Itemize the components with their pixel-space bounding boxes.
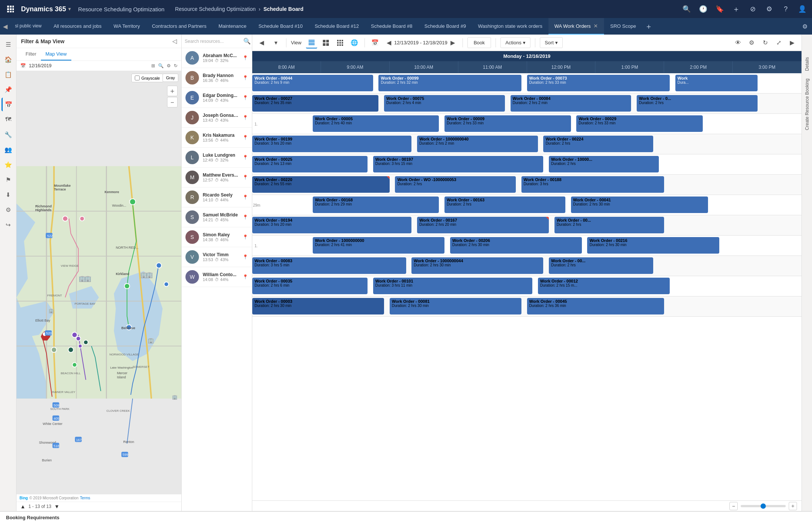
work-order-block[interactable]: Work Order - 00009 Duration: 2 hrs 33 mi… <box>444 115 571 132</box>
tab-sl-public-view[interactable]: sl public view <box>9 18 48 35</box>
schedule-expand-icon[interactable]: ⤢ <box>773 37 784 48</box>
work-order-block[interactable]: Work Order - 0... Duration: 2 hrs <box>637 95 758 112</box>
work-order-block[interactable]: Work Order - 1000000044 Duration: 2 hrs … <box>411 257 543 274</box>
map-settings-icon[interactable]: ⚙ <box>167 63 171 68</box>
breadcrumb-item-1[interactable]: Resource Scheduling Optimization <box>175 6 256 12</box>
zoom-plus-btn[interactable]: ＋ <box>789 502 797 510</box>
schedule-refresh-icon[interactable]: ↻ <box>759 37 771 48</box>
zoom-minus-btn[interactable]: − <box>729 502 738 510</box>
work-order-block[interactable]: Work Order - 00194 Duration: 3 hrs 20 mi… <box>252 217 411 233</box>
tab-all-resources[interactable]: All resources and jobs <box>48 18 108 35</box>
work-order-block[interactable]: Work Order - 00224 Duration: 2 hrs <box>543 136 653 152</box>
resource-item[interactable]: V Victor Timm 13:53 ⏱ 43% 📍 <box>182 247 252 267</box>
grid-view-btn[interactable] <box>334 37 346 48</box>
tab-add-button[interactable]: ＋ <box>642 18 655 35</box>
resource-item[interactable]: K Kris Nakamura 13:56 ⏱ 44% 📍 <box>182 128 252 148</box>
sidebar-flag-icon[interactable]: ⚑ <box>2 173 15 186</box>
resource-item[interactable]: S Samuel McBride 14:21 ⏱ 45% 📍 <box>182 207 252 227</box>
tab-schedule-12[interactable]: Schedule Board #12 <box>309 18 365 35</box>
work-order-block[interactable]: Work Order - 00101 Duration: 3 hrs 11 mi… <box>373 278 532 294</box>
tab-sro-scope[interactable]: SRO Scope <box>604 18 642 35</box>
resources-search-icon[interactable]: 🔍 <box>243 38 251 45</box>
work-order-block[interactable]: Work Order - 00... Duration: 2 hrs <box>554 217 664 233</box>
tab-settings-button[interactable]: ⚙ <box>799 18 810 35</box>
resource-item[interactable]: S Simon Raley 14:38 ⏱ 46% 📍 <box>182 227 252 247</box>
tab-wa-workorders-state[interactable]: Washington state work orders <box>472 18 548 35</box>
help-icon[interactable]: ? <box>780 4 791 14</box>
map-cal-icon[interactable]: 📅 <box>20 63 26 68</box>
work-order-block[interactable]: Work Order - 00027 Duration: 2 hrs 35 mi… <box>252 95 378 112</box>
work-order-block[interactable]: Work Order - 00075 Duration: 2 hrs 4 min <box>384 95 505 112</box>
work-order-block[interactable]: Work Order - 00083 Duration: 3 hrs 5 min <box>252 257 406 274</box>
map-container[interactable]: 🏢 🏢 🏢 🏢 🏢 🏢 🏢 Mountlake Terrace Richmond… <box>17 71 181 494</box>
schedule-settings-icon[interactable]: ⚙ <box>746 37 757 48</box>
work-order-block[interactable]: Work Order - 00168 Duration: 2 hrs 29 mi… <box>313 197 439 213</box>
work-order-block[interactable]: Work Order - 00188 Duration: 3 hrs <box>521 176 664 193</box>
filter-icon[interactable]: ⊘ <box>747 4 758 14</box>
schedule-cal-icon[interactable]: 📅 <box>369 37 381 48</box>
terms-link[interactable]: Terms <box>80 496 90 500</box>
zoom-track[interactable] <box>741 505 786 507</box>
sidebar-route-icon[interactable]: ↪ <box>2 218 15 231</box>
map-search-icon[interactable]: 🔍 <box>158 63 164 68</box>
work-order-block[interactable]: Work Order - 00199 Duration: 3 hrs 20 mi… <box>252 136 411 152</box>
tab-maintenance[interactable]: Maintenance <box>212 18 252 35</box>
date-prev-btn[interactable]: ◀ <box>387 39 391 46</box>
work-order-block[interactable]: Work Order - 00084 Duration: 2 hrs 2 min <box>511 95 631 112</box>
user-icon[interactable]: 👤 <box>797 4 807 14</box>
resource-item[interactable]: A Abraham McC... 19:04 ⏱ 32% 📍 <box>182 48 252 68</box>
map-tab-filter[interactable]: Filter <box>21 48 41 60</box>
work-order-block[interactable]: Work Order - 00206 Duration: 2 hrs 30 mi… <box>450 237 582 254</box>
zoom-out-btn[interactable]: － <box>167 97 178 107</box>
list-view-btn[interactable] <box>306 37 317 48</box>
brand-name[interactable]: Dynamics 365 ▾ <box>21 5 71 13</box>
map-tab-mapview[interactable]: Map View <box>41 48 71 60</box>
settings-icon[interactable]: ⚙ <box>764 4 774 14</box>
zoom-handle[interactable] <box>761 503 766 509</box>
sidebar-pinned-icon[interactable]: 📌 <box>2 83 15 96</box>
tab-nav-prev[interactable]: ◀ <box>2 18 9 35</box>
gray-button[interactable]: Gray <box>163 74 178 82</box>
saved-icon[interactable]: 🔖 <box>714 4 725 14</box>
resources-search-input[interactable] <box>185 39 241 44</box>
sidebar-schedule-icon[interactable]: 📅 <box>2 98 15 111</box>
book-button[interactable]: Book <box>467 37 491 48</box>
grayscale-toggle[interactable]: Grayscale <box>131 74 163 82</box>
work-order-block[interactable]: Work Order - 00035 Duration: 2 hrs 6 min <box>252 278 368 294</box>
work-order-block[interactable]: Work Order - WO -1000000053 Duration: 2 … <box>395 176 516 193</box>
zoom-in-btn[interactable]: ＋ <box>167 86 178 96</box>
actions-button[interactable]: Actions ▾ <box>500 37 530 48</box>
tab-schedule-9[interactable]: Schedule Board #9 <box>419 18 472 35</box>
resource-item[interactable]: B Brady Hannon 16:36 ⏱ 46% 📍 <box>182 68 252 88</box>
work-order-block[interactable]: Work Order - 10000... Duration: 2 hrs <box>549 156 659 172</box>
work-order-block[interactable]: Work Order - 00163 Duration: 2 hrs <box>444 197 565 213</box>
new-icon[interactable]: ＋ <box>731 4 741 14</box>
globe-view-btn[interactable]: 🌐 <box>349 37 360 48</box>
sidebar-wrench-icon[interactable]: 🔧 <box>2 128 15 141</box>
schedule-next-page-icon[interactable]: ▶ <box>786 37 798 48</box>
date-next-btn[interactable]: ▶ <box>450 39 455 46</box>
work-order-block[interactable]: Work Order - 1000000040 Duration: 2 hrs … <box>417 136 538 152</box>
tab-contractors[interactable]: Contractors and Partners <box>146 18 212 35</box>
sidebar-gear2-icon[interactable]: ⚙ <box>2 203 15 216</box>
resource-item[interactable]: E Edgar Doming... 14:09 ⏱ 43% 📍 <box>182 88 252 108</box>
app-grid-icon[interactable] <box>5 3 17 15</box>
table-view-btn[interactable] <box>320 37 331 48</box>
sidebar-menu-icon[interactable]: ☰ <box>2 38 15 51</box>
resource-item[interactable]: R Ricardo Seely 14:10 ⏱ 44% 📍 <box>182 187 252 207</box>
pagination-up-btn[interactable]: ▲ <box>20 503 26 509</box>
work-order-block[interactable]: Work Order - 00081 Duration: 2 hrs 30 mi… <box>390 298 521 314</box>
pagination-down-btn[interactable]: ▼ <box>54 503 60 509</box>
recent-icon[interactable]: 🕐 <box>698 4 708 14</box>
work-order-block[interactable]: Work Order - 00099 Duration: 2 hrs 32 mi… <box>378 75 521 91</box>
sidebar-map-icon[interactable]: 🗺 <box>2 113 15 126</box>
map-grid-icon[interactable]: ⊞ <box>151 63 155 68</box>
schedule-dropdown-btn[interactable]: ▾ <box>270 37 282 48</box>
work-order-block[interactable]: Work Order - 00... Duration: 2 hrs <box>549 257 653 274</box>
sidebar-people-icon[interactable]: 👥 <box>2 143 15 156</box>
create-booking-label[interactable]: Create Resource Booking <box>804 79 810 130</box>
work-order-block[interactable]: Work Order - 00167 Duration: 2 hrs 20 mi… <box>417 217 549 233</box>
work-order-block[interactable]: Work Order - 1000000000 Duration: 2 hrs … <box>313 237 444 254</box>
tab-close-icon[interactable]: ✕ <box>594 23 598 29</box>
sort-button[interactable]: Sort ▾ <box>540 37 563 48</box>
